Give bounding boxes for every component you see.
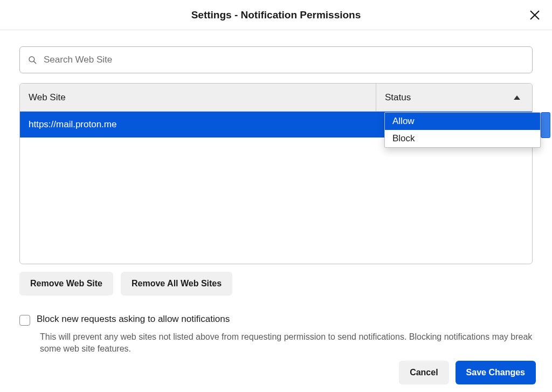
block-new-requests-label: Block new requests asking to allow notif…	[37, 314, 230, 325]
table-actions: Remove Web Site Remove All Web Sites	[19, 272, 533, 295]
status-option-label: Allow	[392, 116, 415, 127]
column-header-status[interactable]: Status	[376, 84, 532, 111]
column-header-site-label: Web Site	[29, 92, 66, 103]
search-icon	[27, 55, 37, 65]
save-changes-button[interactable]: Save Changes	[456, 361, 536, 384]
permissions-table: Web Site Status https://mail.proton.me A…	[19, 83, 533, 264]
column-header-status-label: Status	[385, 92, 411, 103]
svg-line-3	[34, 61, 36, 64]
titlebar: Settings - Notification Permissions	[0, 0, 552, 30]
cancel-button[interactable]: Cancel	[399, 361, 448, 384]
search-field[interactable]	[19, 46, 533, 73]
status-option-allow[interactable]: Allow	[385, 113, 540, 130]
remove-all-sites-button[interactable]: Remove All Web Sites	[121, 272, 232, 295]
dialog-footer: Cancel Save Changes	[399, 361, 536, 384]
remove-site-button[interactable]: Remove Web Site	[19, 272, 113, 295]
block-new-requests-checkbox[interactable]	[19, 315, 30, 326]
status-select[interactable]	[541, 112, 550, 138]
dialog-title: Settings - Notification Permissions	[191, 9, 361, 21]
settings-dialog: Settings - Notification Permissions Web …	[0, 0, 552, 392]
close-icon	[529, 9, 541, 21]
block-new-requests-help: This will prevent any web sites not list…	[40, 331, 533, 354]
sort-ascending-icon	[514, 95, 520, 100]
table-header: Web Site Status	[20, 84, 532, 112]
status-dropdown: Allow Block	[384, 112, 541, 148]
status-option-label: Block	[392, 133, 415, 144]
column-header-site[interactable]: Web Site	[20, 84, 376, 111]
cell-site: https://mail.proton.me	[20, 119, 376, 130]
dialog-content: Web Site Status https://mail.proton.me A…	[0, 30, 552, 354]
block-new-requests-row: Block new requests asking to allow notif…	[19, 314, 533, 326]
search-input[interactable]	[43, 54, 525, 66]
status-option-block[interactable]: Block	[385, 130, 540, 147]
close-button[interactable]	[527, 8, 542, 23]
